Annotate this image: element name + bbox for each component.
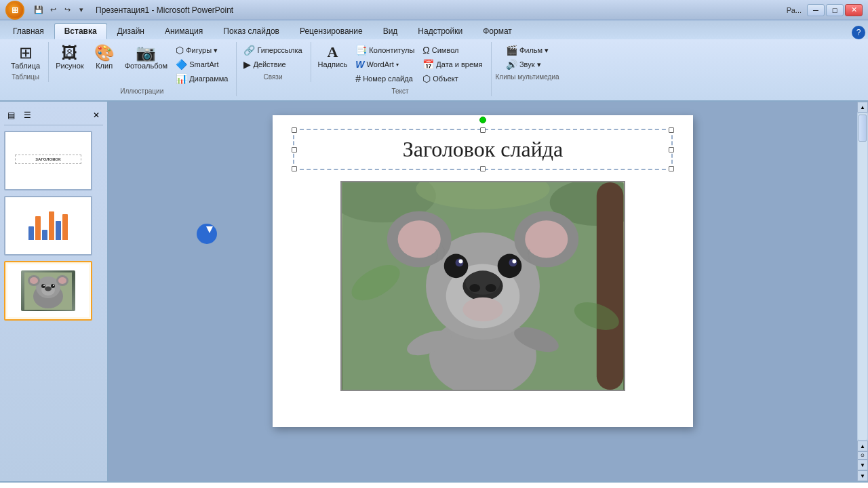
right-scrollbar-area: ▲ ▲ ⊙ ▼ ▼: [857, 102, 868, 481]
scroll-down-button[interactable]: ▼: [857, 470, 868, 481]
slide-3-thumbnail[interactable]: [4, 261, 92, 321]
tables-group-label: Таблицы: [12, 73, 39, 81]
picture-button[interactable]: 🖼 Рисунок: [53, 43, 87, 71]
tab-view[interactable]: Вид: [373, 23, 408, 39]
bar2: [35, 216, 41, 240]
office-button[interactable]: ⊞: [5, 1, 24, 20]
thumb3-koala-svg: [24, 272, 72, 310]
shapes-button[interactable]: ⬡ Фигуры ▾: [173, 43, 231, 57]
chart-button[interactable]: 📊 Диаграмма: [173, 72, 231, 85]
panel-close-btn[interactable]: ✕: [90, 108, 103, 122]
object-button[interactable]: ⬡ Объект: [420, 72, 485, 85]
svg-point-12: [53, 285, 54, 286]
panel-list-btn[interactable]: ☰: [20, 108, 34, 122]
close-button[interactable]: ✕: [845, 4, 863, 16]
title-rotate-handle[interactable]: [479, 117, 486, 123]
title-handle-mr[interactable]: [669, 147, 674, 152]
slide-number-icon: #: [355, 73, 361, 84]
textbox-button[interactable]: A Надпись: [315, 43, 351, 70]
title-handle-tr[interactable]: [669, 127, 674, 133]
slide-image-box[interactable]: [340, 181, 625, 391]
slide-3-preview: [7, 264, 89, 317]
prev-slide-button[interactable]: ▲: [857, 441, 868, 451]
select-object-button[interactable]: ⊙: [857, 451, 868, 460]
notes-area[interactable]: Заметки к слайду: [0, 481, 868, 488]
svg-point-31: [486, 284, 496, 292]
slide-1-thumbnail[interactable]: ЗАГОЛОВОК: [4, 131, 92, 190]
redo-button[interactable]: ↪: [61, 4, 73, 16]
svg-point-6: [58, 277, 66, 284]
slide-canvas: Заголовок слайда: [273, 115, 693, 427]
clip-button[interactable]: 🎨 Клип: [90, 43, 119, 71]
svg-point-8: [45, 286, 52, 291]
svg-point-37: [512, 260, 516, 264]
action-icon: ▶: [243, 59, 251, 70]
tab-slideshow[interactable]: Показ слайдов: [213, 23, 290, 39]
slide-title-box[interactable]: Заголовок слайда: [293, 129, 673, 170]
smartart-icon: 🔷: [176, 59, 187, 70]
canvas-area[interactable]: Заголовок слайда: [108, 102, 857, 481]
tab-animation[interactable]: Анимация: [155, 23, 213, 39]
panel-toolbar: ▤ ☰ ✕: [4, 107, 103, 125]
photoalbum-icon: 📷: [136, 45, 156, 61]
tab-addins[interactable]: Надстройки: [408, 23, 473, 39]
title-handle-tl[interactable]: [292, 127, 297, 133]
symbol-button[interactable]: Ω Символ: [420, 43, 485, 57]
save-button[interactable]: 💾: [33, 4, 45, 16]
undo-button[interactable]: ↩: [47, 4, 59, 16]
thumb3-koala: [21, 270, 75, 311]
svg-point-9: [41, 284, 45, 288]
svg-point-10: [51, 284, 55, 288]
header-footer-button[interactable]: 📑 Колонтитулы: [353, 43, 417, 57]
slide-3-container: 3: [4, 261, 103, 321]
tab-design[interactable]: Дизайн: [107, 23, 155, 39]
customize-quick-access-button[interactable]: ▾: [75, 4, 87, 16]
illustrations-col2: ⬡ Фигуры ▾ 🔷 SmartArt 📊 Диаграмма: [173, 43, 231, 85]
slide-2-thumbnail[interactable]: [4, 196, 92, 256]
ribbon-group-multimedia: 🎬 Фильм ▾ 🔊 Звук ▾ Клипы мультимедиа: [493, 42, 565, 82]
next-slide-button[interactable]: ▼: [857, 460, 868, 470]
multimedia-items: 🎬 Фильм ▾ 🔊 Звук ▾: [503, 43, 551, 71]
slide-title: Заголовок слайда: [308, 137, 658, 162]
help-button[interactable]: ?: [852, 26, 865, 39]
title-handle-bm[interactable]: [480, 166, 486, 171]
movie-button[interactable]: 🎬 Фильм ▾: [503, 43, 551, 57]
svg-point-29: [465, 270, 500, 295]
action-button[interactable]: ▶ Действие: [241, 58, 304, 71]
title-bar-left: ⊞ 💾 ↩ ↪ ▾ Презентация1 - Microsoft Power…: [5, 1, 233, 20]
minimize-button[interactable]: ─: [807, 4, 825, 16]
multimedia-group-label: Клипы мультимедиа: [496, 73, 559, 81]
slide-number-button[interactable]: # Номер слайда: [353, 72, 417, 85]
illustrations-items: 🖼 Рисунок 🎨 Клип 📷 Фотоальбом ⬡ Фигуры ▾: [53, 43, 231, 85]
user-label: Ра...: [787, 6, 802, 14]
vertical-scrollbar[interactable]: ▲ ▲ ⊙ ▼ ▼: [857, 102, 868, 481]
svg-rect-17: [597, 182, 623, 390]
title-handle-bl[interactable]: [292, 166, 297, 171]
sound-button[interactable]: 🔊 Звук ▾: [503, 58, 551, 71]
maximize-button[interactable]: □: [826, 4, 844, 16]
tab-home[interactable]: Главная: [3, 23, 54, 39]
title-handle-tm[interactable]: [480, 127, 486, 133]
picture-label: Рисунок: [56, 62, 84, 70]
scroll-up-button[interactable]: ▲: [857, 102, 868, 113]
datetime-button[interactable]: 📅 Дата и время: [420, 58, 485, 71]
title-handle-ml[interactable]: [292, 147, 297, 152]
title-handle-br[interactable]: [669, 166, 674, 171]
table-button[interactable]: ⊞ Таблица: [8, 43, 43, 71]
table-icon: ⊞: [19, 45, 33, 61]
wordart-button[interactable]: W WordArt ▾: [353, 58, 417, 71]
scroll-thumb[interactable]: [859, 115, 867, 142]
tab-format[interactable]: Формат: [473, 23, 522, 39]
smartart-button[interactable]: 🔷 SmartArt: [173, 58, 231, 71]
tab-insert[interactable]: Вставка: [54, 23, 107, 39]
movie-icon: 🎬: [506, 45, 517, 56]
clip-label: Клип: [96, 62, 113, 70]
scroll-track[interactable]: [858, 113, 867, 440]
hyperlink-button[interactable]: 🔗 Гиперссылка: [241, 43, 304, 57]
tab-review[interactable]: Рецензирование: [290, 23, 373, 39]
svg-point-4: [30, 277, 38, 284]
panel-view-btn[interactable]: ▤: [4, 108, 18, 122]
slide-1-container: 1 ЗАГОЛОВОК: [4, 131, 103, 190]
photoalbum-button[interactable]: 📷 Фотоальбом: [122, 43, 171, 71]
wordart-dropdown-icon: ▾: [396, 62, 399, 68]
